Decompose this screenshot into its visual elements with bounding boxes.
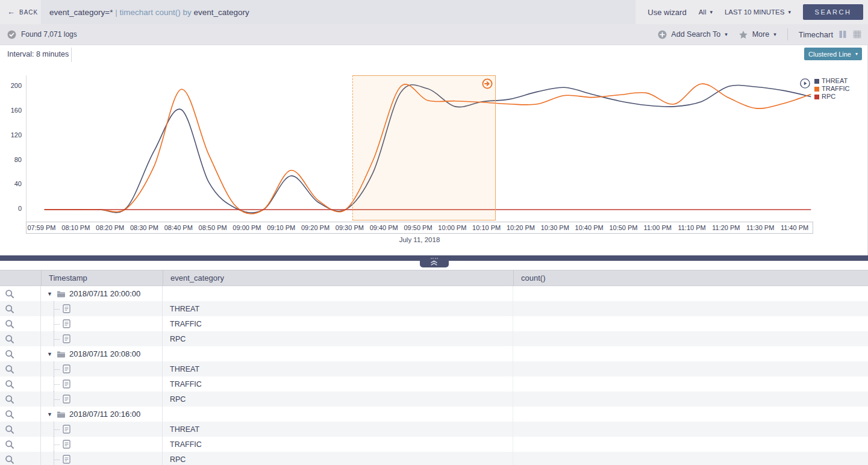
search-row-icon[interactable] xyxy=(5,395,14,404)
x-tick-label: 08:40 PM xyxy=(164,224,193,231)
zoom-selection-arrow-icon[interactable] xyxy=(482,78,493,89)
row-timestamp-cell xyxy=(41,376,163,392)
search-query-input[interactable]: event_category=* | timechart count() by … xyxy=(41,0,635,24)
legend-label: RPC xyxy=(822,93,835,101)
more-label: More xyxy=(752,30,769,39)
row-gutter-cell xyxy=(0,452,41,465)
tree-connector xyxy=(54,392,63,407)
document-icon xyxy=(63,364,70,373)
toolbar-divider xyxy=(787,28,788,40)
chevron-down-icon: ▾ xyxy=(788,9,791,15)
row-gutter-cell xyxy=(0,437,41,452)
legend-label: THREAT xyxy=(822,77,848,85)
add-search-to-button[interactable]: Add Search To ▾ xyxy=(658,30,727,39)
table-message-row[interactable]: RPC xyxy=(0,331,868,346)
x-tick-label: 11:10 PM xyxy=(678,224,705,231)
y-tick-label: 80 xyxy=(0,156,22,163)
time-range-dropdown[interactable]: LAST 10 MINUTES ▾ xyxy=(725,8,791,16)
column-chart-view-button[interactable] xyxy=(838,30,848,39)
search-button[interactable]: SEARCH xyxy=(803,4,863,20)
group-timestamp: 2018/07/11 20:00:00 xyxy=(69,289,140,298)
table-view-button[interactable] xyxy=(852,30,862,39)
table-group-row[interactable]: ▼2018/07/11 20:16:00 xyxy=(0,407,868,422)
folder-icon xyxy=(57,290,66,298)
time-selection-region[interactable] xyxy=(352,75,496,220)
search-row-icon[interactable] xyxy=(5,349,14,359)
search-row-icon[interactable] xyxy=(5,289,14,299)
panel-splitter[interactable] xyxy=(0,255,868,261)
event-category-value: THREAT xyxy=(170,305,199,313)
collapse-group-icon[interactable]: ▼ xyxy=(47,351,54,357)
row-count-cell xyxy=(513,316,868,331)
chart-type-dropdown[interactable]: Clustered Line ▾ xyxy=(804,48,862,60)
scope-dropdown[interactable]: All ▾ xyxy=(699,8,713,16)
row-category-cell: RPC xyxy=(163,452,513,465)
x-tick-label: 09:20 PM xyxy=(301,224,329,231)
table-message-row[interactable]: THREAT xyxy=(0,361,868,376)
query-segment: by xyxy=(181,8,194,17)
event-category-value: TRAFFIC xyxy=(170,320,202,328)
document-icon xyxy=(63,334,70,343)
document-icon xyxy=(63,304,70,313)
header-cell-event-category[interactable]: event_category xyxy=(163,270,513,286)
use-wizard-link[interactable]: Use wizard xyxy=(648,8,686,17)
search-row-icon[interactable] xyxy=(5,319,14,329)
table-message-row[interactable]: TRAFFIC xyxy=(0,316,868,331)
collapse-group-icon[interactable]: ▼ xyxy=(47,291,54,297)
table-message-row[interactable]: TRAFFIC xyxy=(0,437,868,452)
row-count-cell xyxy=(513,376,868,392)
play-button[interactable] xyxy=(800,78,810,89)
search-row-icon[interactable] xyxy=(5,334,14,344)
tree-connector xyxy=(54,437,63,452)
row-category-cell: RPC xyxy=(163,331,513,346)
row-gutter-cell xyxy=(0,422,41,437)
legend-item-threat[interactable]: THREAT xyxy=(814,77,849,85)
document-icon xyxy=(63,319,70,328)
more-button[interactable]: More ▾ xyxy=(738,30,776,39)
folder-icon xyxy=(57,351,66,358)
row-timestamp-cell xyxy=(41,392,163,407)
chart-legend: THREATTRAFFICRPC xyxy=(814,77,849,101)
table-message-row[interactable]: RPC xyxy=(0,392,868,407)
row-timestamp-cell xyxy=(41,361,163,376)
folder-icon xyxy=(57,411,66,418)
collapse-panel-handle[interactable] xyxy=(420,255,449,267)
back-button[interactable]: ← BACK xyxy=(0,9,41,16)
x-axis-date-label: July 11, 2018 xyxy=(26,236,813,243)
legend-item-rpc[interactable]: RPC xyxy=(814,93,849,101)
search-row-icon[interactable] xyxy=(5,379,14,389)
table-message-row[interactable]: THREAT xyxy=(0,422,868,437)
row-timestamp-cell xyxy=(41,301,163,316)
search-row-icon[interactable] xyxy=(5,364,14,374)
x-tick-label: 07:59 PM xyxy=(27,224,55,231)
search-row-icon[interactable] xyxy=(5,440,14,449)
toolbar-actions: Add Search To ▾ More ▾ Timechart xyxy=(658,28,862,40)
row-category-cell: THREAT xyxy=(163,301,513,316)
collapse-group-icon[interactable]: ▼ xyxy=(47,411,54,417)
document-icon xyxy=(63,440,70,449)
table-message-row[interactable]: THREAT xyxy=(0,301,868,316)
row-category-cell: TRAFFIC xyxy=(163,376,513,392)
header-cell-timestamp[interactable]: Timestamp xyxy=(41,270,163,286)
table-group-row[interactable]: ▼2018/07/11 20:08:00 xyxy=(0,346,868,361)
search-row-icon[interactable] xyxy=(5,455,14,464)
status-text: Found 7,071 logs xyxy=(21,30,77,39)
header-cell-count[interactable]: count() xyxy=(513,270,868,286)
x-tick-label: 09:00 PM xyxy=(233,224,261,231)
event-category-value: RPC xyxy=(170,335,186,343)
table-message-row[interactable]: RPC xyxy=(0,452,868,465)
search-row-icon[interactable] xyxy=(5,304,14,314)
row-timestamp-cell xyxy=(41,316,163,331)
search-row-icon[interactable] xyxy=(5,410,14,419)
query-segment: | xyxy=(113,8,119,17)
query-segment: event_category xyxy=(194,8,249,17)
row-gutter-cell xyxy=(0,286,41,301)
x-tick-label: 08:30 PM xyxy=(130,224,158,231)
document-icon xyxy=(63,425,70,434)
legend-item-traffic[interactable]: TRAFFIC xyxy=(814,85,849,93)
search-row-icon[interactable] xyxy=(5,425,14,434)
chart-type-value: Clustered Line xyxy=(808,51,851,58)
table-group-row[interactable]: ▼2018/07/11 20:00:00 xyxy=(0,286,868,301)
results-table: Timestamp event_category count() ▼2018/0… xyxy=(0,261,868,465)
table-message-row[interactable]: TRAFFIC xyxy=(0,376,868,392)
